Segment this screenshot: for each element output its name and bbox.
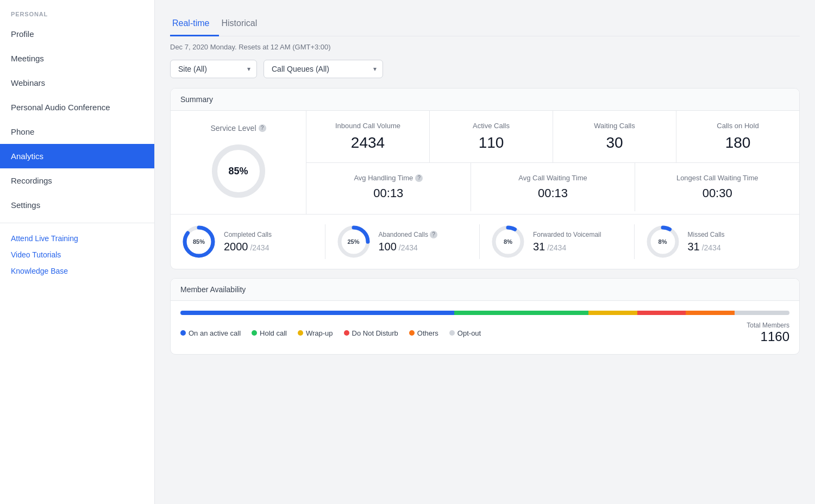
sidebar-item-webinars[interactable]: Webinars (0, 71, 154, 95)
completed-calls-total: /2434 (248, 243, 269, 252)
completed-calls-stat: 85% Completed Calls 2000 /2434 (181, 224, 325, 259)
forwarded-voicemail-title: Forwarded to Voicemail (533, 231, 601, 238)
waiting-calls-cell: Waiting Calls 30 (553, 111, 676, 162)
service-level-info-icon[interactable]: ? (259, 124, 266, 132)
avg-handling-time-cell: Avg Handling Time ? 00:13 (306, 163, 471, 211)
inbound-call-volume-value: 2434 (317, 134, 418, 152)
legend-others: Others (409, 329, 438, 337)
member-availability-bar (180, 311, 789, 315)
sidebar-link-knowledge-base[interactable]: Knowledge Base (11, 267, 143, 275)
member-availability-legend: On an active call Hold call Wrap-up Do N… (171, 315, 799, 354)
timing-stats-row: Avg Handling Time ? 00:13 Avg Call Waiti… (306, 163, 799, 211)
sidebar-item-analytics[interactable]: Analytics (0, 144, 154, 168)
longest-call-waiting-value: 00:30 (646, 186, 788, 200)
stats-beside: Inbound Call Volume 2434 Active Calls 11… (306, 111, 799, 214)
tab-historical[interactable]: Historical (219, 13, 267, 36)
legend-dot-active-call (180, 330, 186, 336)
avg-call-waiting-value: 00:13 (482, 186, 624, 200)
abandoned-calls-donut: 25% (336, 224, 371, 259)
abandoned-calls-stat: 25% Abandoned Calls ? 100 /2434 (325, 224, 480, 259)
total-members-value: 1160 (747, 329, 789, 344)
legend-hold-call: Hold call (252, 329, 287, 337)
call-queues-filter-wrapper: Call Queues (All) (264, 60, 383, 78)
sidebar-links: Attend Live Training Video Tutorials Kno… (0, 229, 154, 281)
missed-calls-total: /2434 (700, 243, 721, 252)
avg-call-waiting-cell: Avg Call Waiting Time 00:13 (471, 163, 636, 211)
abandoned-calls-percent: 25% (347, 238, 359, 245)
missed-calls-stat: 8% Missed Calls 31 /2434 (635, 224, 789, 259)
avg-handling-time-label: Avg Handling Time ? (317, 174, 460, 182)
calls-on-hold-label: Calls on Hold (687, 122, 788, 130)
abandoned-calls-total: /2434 (397, 243, 418, 252)
site-filter[interactable]: Site (All) (170, 60, 257, 78)
legend-dot-opt-out (449, 330, 455, 336)
service-level-title: Service Level ? (210, 124, 266, 133)
waiting-calls-value: 30 (564, 134, 665, 152)
completed-calls-donut: 85% (181, 224, 216, 259)
summary-card: Summary Service Level ? 85% (170, 88, 800, 269)
date-info: Dec 7, 2020 Monday. Resets at 12 AM (GMT… (170, 43, 800, 51)
sidebar-item-meetings[interactable]: Meetings (0, 46, 154, 71)
tabs: Real-time Historical (170, 13, 800, 36)
avg-handling-time-value: 00:13 (317, 186, 460, 200)
abandoned-calls-title: Abandoned Calls ? (379, 231, 437, 238)
total-members-block: Total Members 1160 (747, 322, 789, 344)
sidebar-divider (0, 223, 154, 223)
sidebar-item-recordings[interactable]: Recordings (0, 168, 154, 193)
service-level-value: 85% (228, 166, 248, 177)
missed-calls-value: 31 /2434 (688, 241, 725, 253)
sidebar-link-attend-live-training[interactable]: Attend Live Training (11, 234, 143, 243)
forwarded-voicemail-donut: 8% (491, 224, 525, 259)
legend-wrap-up: Wrap-up (298, 329, 333, 337)
tab-realtime[interactable]: Real-time (170, 13, 219, 36)
forwarded-voicemail-value: 31 /2434 (533, 241, 601, 253)
legend-dot-hold-call (252, 330, 257, 336)
sidebar-section-label: PERSONAL (0, 0, 154, 22)
main-content: Real-time Historical Dec 7, 2020 Monday.… (155, 0, 815, 504)
abandoned-calls-info-icon[interactable]: ? (430, 231, 437, 238)
longest-call-waiting-cell: Longest Call Waiting Time 00:30 (635, 163, 799, 211)
missed-calls-percent: 8% (659, 238, 667, 245)
sidebar-item-settings[interactable]: Settings (0, 193, 154, 217)
legend-dot-others (409, 330, 415, 336)
member-availability-card: Member Availability On an active call Ho (170, 278, 800, 355)
forwarded-voicemail-stat: 8% Forwarded to Voicemail 31 /2434 (480, 224, 635, 259)
bar-segment-dnd (637, 311, 686, 315)
sidebar: PERSONAL Profile Meetings Webinars Perso… (0, 0, 155, 504)
avg-handling-info-icon[interactable]: ? (415, 174, 423, 182)
inbound-stats-row: Inbound Call Volume 2434 Active Calls 11… (306, 111, 799, 163)
filters: Site (All) Call Queues (All) (170, 60, 800, 78)
completed-calls-value: 2000 /2434 (224, 241, 272, 253)
call-queues-filter[interactable]: Call Queues (All) (264, 60, 383, 78)
waiting-calls-label: Waiting Calls (564, 122, 665, 130)
avg-call-waiting-label: Avg Call Waiting Time (482, 174, 624, 182)
total-members-label: Total Members (747, 322, 789, 329)
legend-active-call: On an active call (180, 329, 241, 337)
active-calls-label: Active Calls (441, 122, 542, 130)
sidebar-item-phone[interactable]: Phone (0, 119, 154, 144)
bar-segment-hold-call (454, 311, 588, 315)
missed-calls-title: Missed Calls (688, 231, 725, 238)
sidebar-item-personal-audio-conference[interactable]: Personal Audio Conference (0, 95, 154, 119)
service-level-donut: 85% (209, 141, 268, 201)
summary-top-row: Service Level ? 85% I (171, 111, 799, 215)
summary-header: Summary (171, 89, 799, 111)
member-availability-header: Member Availability (171, 279, 799, 301)
active-calls-value: 110 (441, 134, 542, 152)
forwarded-voicemail-total: /2434 (545, 243, 566, 252)
bar-segment-wrap-up (588, 311, 637, 315)
service-level-cell: Service Level ? 85% (171, 111, 306, 214)
legend-dot-dnd (344, 330, 349, 336)
bar-segment-opt-out (735, 311, 789, 315)
longest-call-waiting-label: Longest Call Waiting Time (646, 174, 788, 182)
mini-stats-row: 85% Completed Calls 2000 /2434 (171, 215, 799, 269)
bar-segment-others (686, 311, 735, 315)
site-filter-wrapper: Site (All) (170, 60, 257, 78)
sidebar-link-video-tutorials[interactable]: Video Tutorials (11, 250, 143, 259)
sidebar-item-profile[interactable]: Profile (0, 22, 154, 46)
active-calls-cell: Active Calls 110 (430, 111, 553, 162)
abandoned-calls-value: 100 /2434 (379, 241, 437, 253)
inbound-call-volume-label: Inbound Call Volume (317, 122, 418, 130)
legend-dnd: Do Not Disturb (344, 329, 398, 337)
forwarded-voicemail-percent: 8% (504, 238, 512, 245)
